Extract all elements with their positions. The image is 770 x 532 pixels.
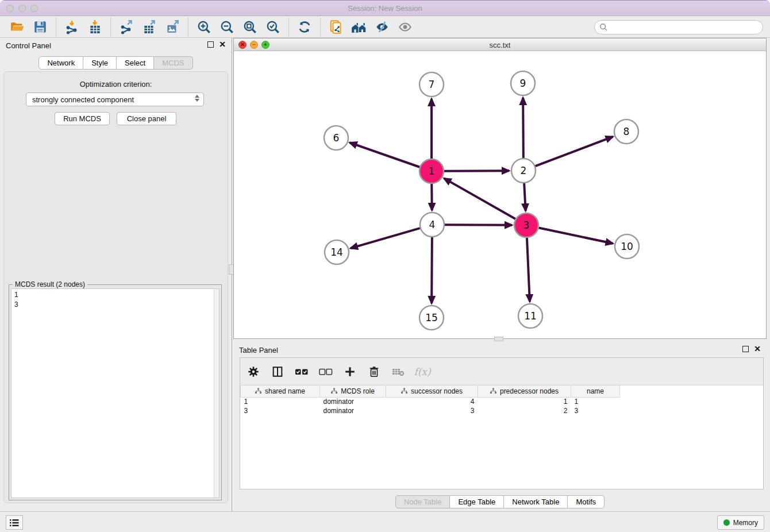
- tab-style[interactable]: Style: [83, 56, 117, 70]
- network-graph[interactable]: 7968124314101511: [234, 51, 766, 338]
- zoom-in-button[interactable]: [195, 18, 213, 36]
- attribute-tree-icon: [331, 388, 337, 394]
- zoom-out-button[interactable]: [218, 18, 236, 36]
- show-all-button[interactable]: [396, 18, 414, 36]
- svg-text:1: 1: [429, 165, 435, 177]
- graph-node-1[interactable]: 1: [419, 159, 444, 183]
- graph-node-2[interactable]: 2: [511, 159, 536, 183]
- save-session-button[interactable]: [32, 18, 49, 36]
- zoom-fit-button[interactable]: [241, 18, 259, 36]
- delete-columns-button[interactable]: [367, 364, 382, 379]
- result-scrollbar[interactable]: [214, 289, 219, 498]
- column-header-successor-nodes[interactable]: successor nodes: [386, 385, 478, 397]
- network-canvas[interactable]: 7968124314101511: [234, 51, 766, 338]
- zoom-selected-button[interactable]: [264, 18, 282, 36]
- column-header-name[interactable]: name: [571, 385, 620, 397]
- toggle-column-panel-button[interactable]: [270, 364, 285, 379]
- deselect-all-columns-button[interactable]: [318, 364, 333, 379]
- graph-edge-4-15[interactable]: [432, 237, 432, 303]
- criterion-dropdown[interactable]: strongly connected component: [26, 92, 204, 106]
- table-settings-button[interactable]: [246, 364, 261, 379]
- export-image-button[interactable]: [164, 18, 181, 36]
- tab-motifs[interactable]: Motifs: [568, 495, 605, 508]
- close-table-panel-icon[interactable]: ✕: [754, 346, 761, 352]
- graph-edge-4-3[interactable]: [445, 225, 512, 225]
- graph-edge-3-11[interactable]: [527, 238, 530, 302]
- delete-table-button[interactable]: [391, 364, 406, 379]
- import-network-button[interactable]: [63, 18, 80, 36]
- memory-status-icon: [723, 519, 730, 526]
- float-table-panel-icon[interactable]: [742, 346, 749, 352]
- graph-edge-2-9[interactable]: [523, 98, 523, 158]
- graph-node-15[interactable]: 15: [419, 306, 444, 330]
- graph-edge-2-3[interactable]: [524, 183, 526, 211]
- table-row[interactable]: 3 dominator 3 2 3: [241, 406, 620, 415]
- mcds-result-area[interactable]: 1 3: [11, 288, 220, 498]
- float-panel-icon[interactable]: [207, 41, 214, 48]
- create-column-button[interactable]: [342, 364, 357, 379]
- tab-network[interactable]: Network: [38, 56, 83, 70]
- close-panel-button[interactable]: Close panel: [117, 112, 176, 125]
- column-header-predecessor-nodes[interactable]: predecessor nodes: [478, 385, 571, 397]
- graph-edge-3-1[interactable]: [444, 178, 515, 219]
- graph-node-9[interactable]: 9: [511, 71, 535, 95]
- svg-text:10: 10: [621, 241, 633, 252]
- graph-node-10[interactable]: 10: [615, 234, 639, 259]
- refresh-icon: [297, 20, 312, 34]
- graph-node-6[interactable]: 6: [324, 126, 348, 150]
- cell-shared-name: 3: [241, 406, 320, 415]
- export-table-button[interactable]: [141, 18, 158, 36]
- task-history-button[interactable]: [6, 515, 23, 530]
- plus-icon: [344, 365, 356, 378]
- graph-node-8[interactable]: 8: [614, 119, 638, 144]
- tab-node-table[interactable]: Node Table: [395, 495, 451, 508]
- cell-mcds-role: dominator: [320, 406, 386, 415]
- network-window-titlebar[interactable]: ✕ − + scc.txt: [234, 38, 766, 51]
- tab-network-table[interactable]: Network Table: [504, 495, 568, 508]
- graph-node-7[interactable]: 7: [419, 72, 444, 97]
- tab-mcds[interactable]: MCDS: [154, 56, 192, 70]
- optimization-criterion-label: Optimization criterion:: [4, 80, 228, 88]
- search-input[interactable]: [611, 23, 754, 32]
- control-panel-tabs: Network Style Select MCDS: [0, 56, 232, 70]
- main-toolbar: [0, 16, 770, 38]
- table-panel-divider-handle[interactable]: [494, 337, 503, 341]
- column-header-shared-name[interactable]: shared name: [241, 385, 320, 397]
- column-header-mcds-role[interactable]: MCDS role: [320, 385, 386, 397]
- import-table-button[interactable]: [86, 18, 103, 36]
- graph-node-4[interactable]: 4: [420, 213, 444, 237]
- graph-node-14[interactable]: 14: [325, 240, 349, 264]
- table-tabs: Node Table Edge Table Network Table Moti…: [233, 495, 767, 508]
- tab-select[interactable]: Select: [117, 56, 154, 70]
- table-row[interactable]: 1 dominator 4 1 1: [241, 397, 620, 406]
- svg-text:9: 9: [520, 78, 526, 89]
- cell-predecessor-nodes: 1: [478, 397, 571, 406]
- open-session-button[interactable]: [9, 18, 26, 36]
- export-network-button[interactable]: [118, 18, 135, 36]
- memory-button[interactable]: Memory: [717, 515, 764, 530]
- search-field[interactable]: [594, 20, 763, 34]
- graph-edge-3-10[interactable]: [539, 228, 613, 244]
- graph-edge-2-8[interactable]: [536, 137, 613, 166]
- refresh-layout-button[interactable]: [296, 18, 313, 36]
- toolbar-separator: [56, 18, 56, 36]
- graph-node-3[interactable]: 3: [514, 213, 538, 237]
- run-mcds-button[interactable]: Run MCDS: [55, 112, 110, 125]
- first-neighbors-button[interactable]: [351, 18, 368, 36]
- graph-edge-1-6[interactable]: [350, 142, 420, 167]
- cell-shared-name: 1: [241, 397, 320, 406]
- graph-edge-4-14[interactable]: [351, 228, 420, 248]
- svg-text:11: 11: [524, 310, 537, 322]
- function-builder-button[interactable]: f(x): [415, 364, 430, 379]
- mcds-panel: Optimization criterion: strongly connect…: [3, 71, 228, 503]
- graph-node-11[interactable]: 11: [518, 304, 542, 328]
- delete-table-icon: [391, 365, 405, 378]
- hide-selected-button[interactable]: [374, 18, 391, 36]
- network-view-window: ✕ − + scc.txt 7968124314101511: [233, 38, 767, 339]
- tab-edge-table[interactable]: Edge Table: [450, 495, 504, 508]
- graph-edge-1-2[interactable]: [444, 171, 509, 171]
- table-header-row: shared name MCDS role successor nodes pr…: [241, 385, 620, 397]
- select-all-columns-button[interactable]: [294, 364, 309, 379]
- close-panel-icon[interactable]: ✕: [219, 41, 226, 48]
- network-from-selection-button[interactable]: [328, 18, 345, 36]
